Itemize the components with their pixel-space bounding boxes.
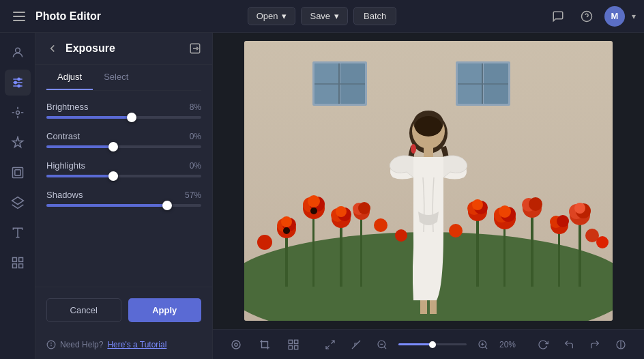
highlights-value: 0% (190, 161, 201, 171)
open-chevron-icon: ▾ (282, 11, 287, 21)
svg-rect-9 (12, 168, 23, 178)
contrast-fill (46, 145, 113, 148)
contrast-track (46, 145, 201, 148)
svg-rect-14 (12, 258, 16, 262)
tab-select[interactable]: Select (93, 65, 139, 90)
brightness-thumb[interactable] (127, 113, 136, 122)
svg-rect-16 (12, 264, 16, 268)
shadows-value: 57% (185, 190, 201, 200)
sidebar-item-adjustments[interactable] (5, 70, 31, 96)
export-button[interactable] (189, 42, 201, 55)
svg-point-64 (472, 199, 483, 210)
undo-button[interactable] (559, 335, 579, 354)
svg-point-57 (336, 206, 347, 217)
sliders-icon (11, 76, 25, 89)
zoom-track[interactable] (398, 343, 467, 345)
svg-point-88 (415, 116, 442, 137)
svg-point-84 (596, 236, 609, 248)
info-icon (46, 340, 56, 349)
contrast-slider-row: Contrast 0% (46, 131, 201, 148)
open-button[interactable]: Open ▾ (248, 7, 296, 25)
sidebar-item-profile[interactable] (5, 40, 31, 66)
contrast-thumb[interactable] (108, 142, 118, 152)
svg-rect-35 (285, 232, 288, 287)
batch-button[interactable]: Batch (353, 7, 396, 25)
svg-point-81 (395, 229, 407, 242)
sliders-section: Brightness 8% Contrast 0% (35, 91, 212, 287)
panel-title: Exposure (65, 42, 182, 55)
hamburger-line (13, 12, 25, 13)
app-title: Photo Editor (35, 10, 101, 23)
sparkle-icon (11, 106, 25, 119)
svg-point-71 (529, 197, 542, 211)
svg-rect-37 (340, 222, 342, 287)
svg-rect-43 (579, 218, 581, 287)
svg-rect-39 (476, 215, 479, 287)
menu-button[interactable] (8, 5, 30, 27)
redo-button[interactable] (585, 335, 604, 354)
fit-icon (325, 339, 336, 350)
compare-icon (615, 339, 626, 350)
brightness-slider-row: Brightness 8% (46, 102, 201, 119)
topbar-center: Open ▾ Save ▾ Batch (248, 7, 397, 25)
sidebar-item-more[interactable] (5, 250, 31, 276)
svg-line-102 (384, 347, 386, 349)
apply-button[interactable]: Apply (128, 298, 202, 322)
svg-point-80 (374, 218, 387, 232)
svg-point-52 (308, 195, 320, 207)
help-button[interactable] (576, 5, 598, 27)
topbar: Photo Editor Open ▾ Save ▾ Batch M ▾ (0, 0, 644, 33)
refresh-button[interactable] (533, 335, 553, 354)
tab-adjust[interactable]: Adjust (46, 65, 93, 90)
svg-point-74 (557, 215, 569, 227)
chat-button[interactable] (547, 5, 569, 27)
sidebar-item-ai[interactable] (5, 130, 31, 156)
canvas-image[interactable] (244, 41, 613, 321)
layers-icon (11, 196, 25, 210)
shadows-label-row: Shadows 57% (46, 190, 201, 200)
crop-button[interactable] (255, 335, 274, 354)
highlights-fill (46, 175, 113, 177)
filter-icon (230, 339, 242, 351)
help-static-text: Need Help? (60, 340, 103, 349)
sidebar-item-effects[interactable] (5, 100, 31, 126)
back-button[interactable] (46, 42, 59, 55)
zoom-out-button[interactable] (372, 335, 392, 354)
grid-view-button[interactable] (284, 335, 303, 354)
svg-point-93 (232, 341, 240, 349)
help-link[interactable]: Here's a Tutorial (107, 340, 166, 349)
hamburger-line (13, 20, 25, 21)
svg-point-1 (15, 48, 20, 53)
avatar[interactable]: M (604, 6, 625, 27)
shadows-thumb[interactable] (162, 201, 172, 210)
svg-point-94 (235, 343, 238, 346)
contrast-value: 0% (190, 132, 201, 141)
save-button[interactable]: Save ▾ (301, 7, 348, 25)
actual-size-button[interactable] (347, 335, 366, 354)
compare-button[interactable] (611, 335, 630, 354)
zoom-thumb[interactable] (429, 341, 436, 348)
svg-rect-42 (558, 229, 560, 287)
sidebar-item-layers[interactable] (5, 190, 31, 216)
avatar-chevron-icon[interactable]: ▾ (632, 12, 636, 21)
svg-line-105 (485, 347, 487, 349)
sidebar-item-text[interactable] (5, 220, 31, 246)
grid-icon (11, 256, 25, 270)
svg-rect-36 (312, 212, 314, 287)
svg-point-53 (310, 207, 317, 214)
highlights-thumb[interactable] (108, 171, 118, 181)
svg-point-78 (574, 203, 585, 214)
svg-point-6 (14, 81, 16, 83)
zoom-controls: 20% (321, 335, 516, 354)
cancel-button[interactable]: Cancel (46, 298, 121, 322)
svg-line-99 (331, 341, 334, 344)
zoom-in-button[interactable] (473, 335, 493, 354)
highlights-track (46, 175, 201, 177)
sidebar-item-frames[interactable] (5, 160, 31, 186)
svg-rect-38 (360, 215, 362, 287)
brightness-value: 8% (190, 102, 201, 112)
brightness-track (46, 116, 201, 119)
brightness-fill (46, 116, 132, 119)
filter-button[interactable] (226, 335, 246, 354)
fit-button[interactable] (321, 335, 340, 354)
